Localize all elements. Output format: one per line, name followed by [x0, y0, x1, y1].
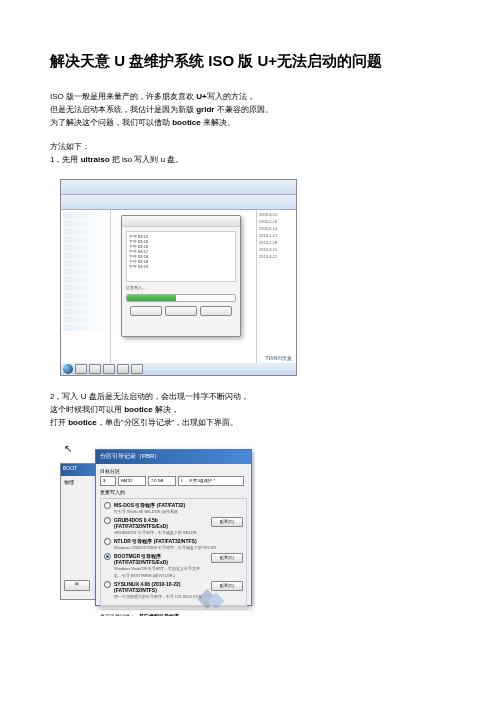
- radio-grub4dos[interactable]: GRUB4DOS 0.4.5b (FAT/FAT32/NTFS/ExD) GRU…: [104, 517, 243, 536]
- drive-select[interactable]: 3:: [100, 476, 116, 486]
- write-type-label: 更要写入的: [100, 489, 247, 495]
- current-record-value: 其它类型引导程序: [139, 613, 179, 616]
- step1-paragraph: 方法如下： 1，先用 ultraiso 把 iso 写入到 u 盘。: [50, 141, 453, 167]
- config-button[interactable]: 配置(C): [211, 517, 243, 527]
- radio-ntldr[interactable]: NTLDR 引导程序 (FAT/FAT32/NTFS) Windows 2000…: [104, 538, 243, 551]
- cursor-icon: ↖: [64, 443, 72, 454]
- screenshot-ultraiso: 下午 03:15下午 03:16下午 03:16 下午 03:17下午 03:1…: [60, 179, 297, 376]
- page-title: 解决天意 U 盘维护系统 ISO 版 U+无法启动的问题: [50, 50, 453, 71]
- fs-select[interactable]: FAT32: [118, 476, 146, 486]
- dialog-button[interactable]: [200, 306, 232, 316]
- progress-bar: [126, 294, 236, 302]
- write-dialog: 下午 03:15下午 03:16下午 03:16 下午 03:17下午 03:1…: [121, 215, 241, 337]
- intro-paragraph: ISO 版一般是用来量产的，许多朋友喜欢 U+写入的方法， 但是无法启动本系统，…: [50, 91, 453, 129]
- dialog-title: 分区引导记录（PBR）: [96, 450, 251, 464]
- radio-msdos[interactable]: MS-DOS 引导程序 (FAT/FAT32) 可引导 Win9x 或 MS-D…: [104, 502, 243, 515]
- radio-bootmgr[interactable]: BOOTMGR 引导程序 (FAT/FAT32/NTFS/ExD) Window…: [104, 553, 243, 579]
- step2-paragraph: 2，写入 U 盘后是无法启动的，会出现一排字不断闪动， 这个时候我们可以用 bo…: [50, 391, 453, 429]
- pbr-dialog: 分区引导记录（PBR） 目标分区 3: FAT32 7.0 GB I: ， 天意…: [95, 449, 252, 606]
- current-record-label: 当前引导记录：: [100, 613, 135, 616]
- taskbar: [61, 363, 296, 375]
- config-button[interactable]: 配置(C): [211, 553, 243, 563]
- watermark: TIANYI天意: [266, 355, 292, 361]
- screenshot-bootice: ↖ BOOT 物理 刷 分区引导记录（PBR） 目标分区 3: FAT32 7.…: [60, 441, 255, 616]
- size-field: 7.0 GB: [148, 476, 176, 486]
- dialog-button[interactable]: [130, 306, 162, 316]
- refresh-button[interactable]: 刷: [64, 580, 90, 591]
- watermark-logo: [185, 587, 235, 612]
- target-partition-label: 目标分区: [100, 468, 247, 474]
- dialog-button[interactable]: [165, 306, 197, 316]
- start-orb[interactable]: [63, 364, 73, 374]
- volume-select[interactable]: I: ， 天意U盘维护 *: [178, 476, 244, 486]
